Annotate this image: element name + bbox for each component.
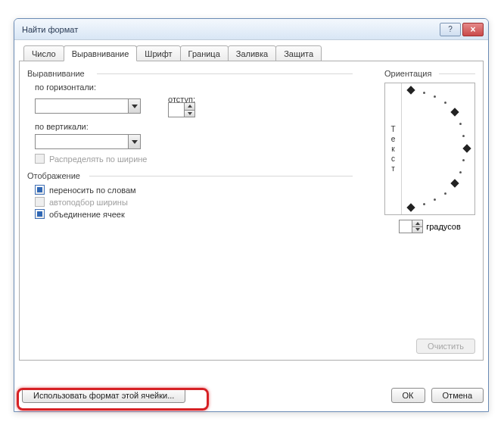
vertical-value[interactable] — [36, 135, 128, 148]
tab-alignment[interactable]: Выравнивание — [64, 45, 138, 61]
horizontal-label: по горизонтали: — [35, 83, 353, 92]
merge-checkbox[interactable] — [35, 209, 45, 219]
autofit-checkbox — [35, 197, 45, 207]
wrap-checkbox[interactable] — [35, 185, 45, 195]
alignment-group-title: Выравнивание — [27, 69, 353, 78]
indent-value[interactable] — [169, 103, 184, 117]
tab-fill[interactable]: Заливка — [228, 45, 276, 61]
dial-handle-icon — [462, 144, 471, 152]
orientation-vertical-text-button[interactable]: Т е к с т — [385, 83, 402, 214]
tab-strip: Число Выравнивание Шрифт Граница Заливка… — [19, 45, 484, 61]
use-cell-format-button[interactable]: Использовать формат этой ячейки... — [22, 388, 185, 403]
chevron-down-icon[interactable] — [128, 135, 140, 148]
degrees-label: градусов — [426, 222, 461, 231]
dial-handle-icon[interactable] — [406, 86, 415, 94]
distribute-row: Распределять по ширине — [35, 154, 353, 164]
tab-font[interactable]: Шрифт — [136, 45, 180, 61]
spin-up-icon[interactable] — [412, 220, 422, 227]
tab-border[interactable]: Граница — [180, 45, 229, 61]
orientation-title: Ориентация — [384, 69, 475, 78]
spin-down-icon[interactable] — [185, 111, 194, 117]
degrees-spinner[interactable] — [399, 220, 423, 233]
window-title: Найти формат — [22, 25, 78, 34]
vertical-label: по вертикали: — [35, 122, 353, 131]
display-group-title: Отображение — [27, 171, 353, 180]
autofit-label: автоподбор ширины — [49, 198, 128, 207]
tab-panel-alignment: Выравнивание по горизонтали: отступ: — [19, 61, 484, 361]
horizontal-combo[interactable] — [35, 98, 141, 114]
orientation-group: Ориентация Т е к с т — [384, 69, 475, 233]
tab-protection[interactable]: Защита — [275, 45, 322, 61]
spin-up-icon[interactable] — [185, 103, 194, 111]
clear-button: Очистить — [416, 339, 475, 354]
distribute-label: Распределять по ширине — [49, 155, 147, 164]
distribute-checkbox — [35, 154, 45, 164]
ok-button[interactable]: ОК — [391, 388, 425, 403]
close-button[interactable]: × — [462, 23, 484, 36]
dial-handle-icon — [450, 108, 459, 116]
tab-number[interactable]: Число — [23, 45, 64, 61]
horizontal-value[interactable] — [36, 99, 128, 113]
client-area: Число Выравнивание Шрифт Граница Заливка… — [19, 45, 484, 381]
vertical-combo[interactable] — [35, 134, 141, 149]
dial-handle-icon — [450, 179, 459, 187]
merge-label: объединение ячеек — [49, 210, 125, 219]
orientation-box: Т е к с т — [384, 83, 475, 215]
degrees-value[interactable] — [400, 220, 412, 233]
dial-handle-icon — [406, 203, 415, 211]
dialog-footer: Использовать формат этой ячейки... ОК От… — [19, 384, 484, 407]
wrap-label: переносить по словам — [49, 186, 136, 195]
display-group: Отображение переносить по словам автопод… — [27, 171, 353, 219]
indent-spinner[interactable] — [168, 102, 195, 117]
orientation-degrees-row: градусов — [384, 220, 475, 233]
cancel-button[interactable]: Отмена — [431, 388, 484, 403]
spin-down-icon[interactable] — [412, 227, 422, 233]
help-button[interactable]: ? — [440, 23, 461, 36]
alignment-group: Выравнивание по горизонтали: отступ: — [27, 69, 353, 164]
orientation-dial[interactable] — [402, 83, 474, 214]
find-format-dialog: Найти формат ? × Число Выравнивание Шриф… — [14, 18, 489, 412]
chevron-down-icon[interactable] — [128, 99, 140, 113]
title-bar: Найти формат ? × — [14, 19, 488, 40]
